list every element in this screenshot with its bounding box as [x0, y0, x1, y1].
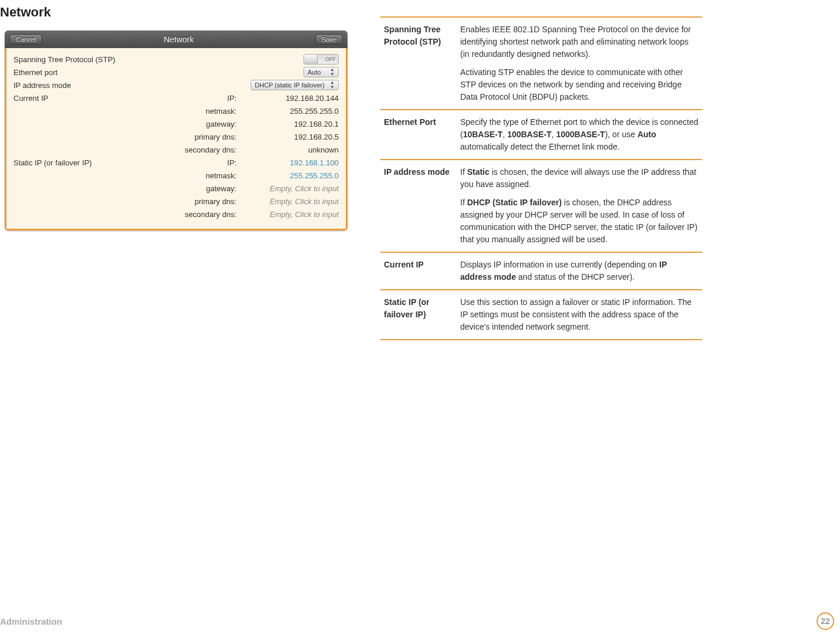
ipmode-select-value: DHCP (static IP failover): [255, 82, 325, 89]
screenshot-panel: Cancel Network Save Spanning Tree Protoc…: [5, 31, 348, 231]
row-static-gateway: gateway: Empty, Click to input: [14, 182, 339, 195]
row-current-sdns: secondary dns: unknown: [14, 143, 339, 156]
window-title: Network: [164, 35, 194, 44]
ethernet-label: Ethernet port: [14, 68, 58, 77]
def-row-currentip: Current IP Displays IP information in us…: [380, 252, 702, 290]
save-button[interactable]: Save: [315, 34, 343, 45]
def-stp-p1: Enables IEEE 802.1D Spanning Tree Protoc…: [460, 23, 699, 60]
current-gateway-val: 192.168.20.1: [251, 120, 339, 128]
row-static-netmask: netmask: 255.255.255.0: [14, 169, 339, 182]
current-ip-val: 192.168.20.144: [251, 94, 339, 103]
static-netmask-val[interactable]: 255.255.255.0: [251, 171, 339, 180]
row-current-ip: Current IP IP: 192.168.20.144: [14, 92, 339, 104]
page-title: Network: [0, 5, 51, 20]
current-ip-lbl: IP:: [227, 94, 251, 103]
def-desc-static: Use this section to assign a failover or…: [457, 290, 702, 340]
static-netmask-lbl: netmask:: [205, 171, 251, 180]
current-sdns-lbl: secondary dns:: [185, 145, 251, 154]
static-gateway-val[interactable]: Empty, Click to input: [251, 184, 339, 193]
window-titlebar: Cancel Network Save: [5, 31, 348, 48]
ethernet-select-value: Auto: [308, 69, 321, 76]
static-ip-lbl: IP:: [227, 158, 251, 167]
network-window: Cancel Network Save Spanning Tree Protoc…: [5, 31, 348, 231]
static-gateway-lbl: gateway:: [206, 184, 251, 193]
row-static-sdns: secondary dns: Empty, Click to input: [14, 208, 339, 221]
updown-icon: ▲▼: [330, 80, 335, 90]
page-number-badge: 22: [817, 612, 834, 630]
definitions-column: Spanning Tree Protocol (STP) Enables IEE…: [380, 16, 702, 340]
def-term-ipmode: IP address mode: [380, 160, 457, 252]
current-pdns-val: 192.168.20.5: [251, 133, 339, 141]
current-netmask-lbl: netmask:: [205, 107, 251, 116]
ipmode-select[interactable]: DHCP (static IP failover) ▲▼: [251, 80, 339, 90]
row-ipmode: IP address mode DHCP (static IP failover…: [14, 79, 339, 92]
def-term-current: Current IP: [380, 252, 457, 290]
row-current-netmask: netmask: 255.255.255.0: [14, 104, 339, 117]
cancel-button[interactable]: Cancel: [9, 34, 42, 45]
row-current-gateway: gateway: 192.168.20.1: [14, 117, 339, 130]
window-body: Spanning Tree Protocol (STP) OFF Etherne…: [5, 48, 348, 231]
def-term-eth: Ethernet Port: [380, 110, 457, 160]
def-eth-p1: Specify the type of Ethernet port to whi…: [460, 116, 699, 153]
staticip-label: Static IP (or failover IP): [14, 158, 92, 167]
def-desc-stp: Enables IEEE 802.1D Spanning Tree Protoc…: [457, 17, 702, 110]
static-pdns-lbl: primary dns:: [194, 197, 251, 206]
def-stp-p2: Activating STP enables the device to com…: [460, 66, 699, 103]
stp-label: Spanning Tree Protocol (STP): [14, 55, 115, 64]
def-desc-current: Displays IP information in use currently…: [457, 252, 702, 290]
ethernet-select[interactable]: Auto ▲▼: [303, 67, 339, 77]
def-desc-eth: Specify the type of Ethernet port to whi…: [457, 110, 702, 160]
def-row-stp: Spanning Tree Protocol (STP) Enables IEE…: [380, 17, 702, 110]
current-gateway-lbl: gateway:: [206, 120, 251, 128]
row-static-ip: Static IP (or failover IP) IP: 192.168.1…: [14, 156, 339, 169]
def-term-stp: Spanning Tree Protocol (STP): [380, 17, 457, 110]
def-desc-ipmode: If Static is chosen, the device will alw…: [457, 160, 702, 252]
row-current-pdns: primary dns: 192.168.20.5: [14, 130, 339, 143]
row-ethernet: Ethernet port Auto ▲▼: [14, 66, 339, 79]
static-pdns-val[interactable]: Empty, Click to input: [251, 197, 339, 206]
updown-icon: ▲▼: [330, 67, 335, 77]
row-stp: Spanning Tree Protocol (STP) OFF: [14, 53, 339, 66]
static-sdns-val[interactable]: Empty, Click to input: [251, 210, 339, 219]
currentip-label: Current IP: [14, 94, 48, 103]
current-sdns-val: unknown: [251, 145, 339, 154]
definitions-table: Spanning Tree Protocol (STP) Enables IEE…: [380, 16, 702, 340]
footer-section-label: Administration: [0, 616, 62, 626]
static-sdns-lbl: secondary dns:: [185, 210, 251, 219]
def-row-ipmode: IP address mode If Static is chosen, the…: [380, 160, 702, 252]
stp-toggle[interactable]: OFF: [303, 54, 339, 65]
static-ip-val[interactable]: 192.168.1.100: [251, 158, 339, 167]
def-ipmode-p1: If Static is chosen, the device will alw…: [460, 166, 699, 191]
def-ipmode-p2: If DHCP (Static IP failover) is chosen, …: [460, 196, 699, 246]
def-term-static: Static IP (or failover IP): [380, 290, 457, 340]
def-current-p1: Displays IP information in use currently…: [460, 259, 699, 283]
row-static-pdns: primary dns: Empty, Click to input: [14, 195, 339, 208]
current-pdns-lbl: primary dns:: [194, 133, 251, 141]
def-row-staticip: Static IP (or failover IP) Use this sect…: [380, 290, 702, 340]
current-netmask-val: 255.255.255.0: [251, 107, 339, 116]
def-static-p1: Use this section to assign a failover or…: [460, 296, 699, 333]
ipmode-label: IP address mode: [14, 81, 71, 90]
def-row-ethernet: Ethernet Port Specify the type of Ethern…: [380, 110, 702, 160]
